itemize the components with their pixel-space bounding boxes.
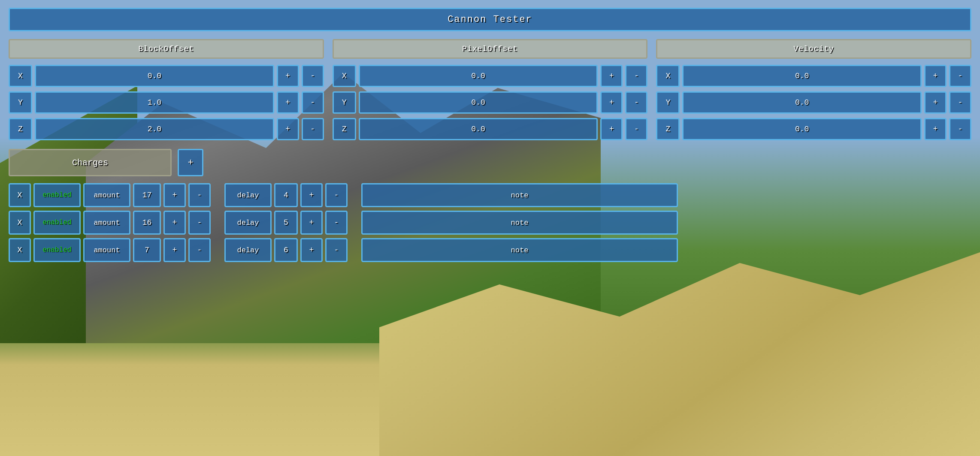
charges-add-button[interactable]: + bbox=[178, 149, 203, 176]
pixel-offset-x-row: X 0.0 + - bbox=[333, 65, 648, 87]
velocity-header: Velocity bbox=[656, 39, 971, 59]
block-offset-z-minus[interactable]: - bbox=[302, 118, 324, 140]
velocity-z-plus[interactable]: + bbox=[924, 118, 947, 140]
charge-2-amount-label: amount bbox=[83, 238, 130, 262]
charge-2-amount-plus[interactable]: + bbox=[163, 238, 186, 262]
charge-1-amount-label: amount bbox=[83, 211, 130, 235]
velocity-z-minus[interactable]: - bbox=[949, 118, 971, 140]
velocity-x-value[interactable]: 0.0 bbox=[682, 65, 922, 87]
charge-0-amount-label: amount bbox=[83, 183, 130, 207]
pixel-offset-y-plus[interactable]: + bbox=[600, 91, 623, 114]
section-headers: BlockOffset PixelOffset Velocity bbox=[9, 39, 971, 59]
pixel-offset-y-value[interactable]: 0.0 bbox=[359, 91, 598, 114]
charge-0-delay-value[interactable]: 4 bbox=[274, 183, 298, 207]
velocity-z-row: Z 0.0 + - bbox=[656, 118, 971, 140]
charge-1-note[interactable]: note bbox=[361, 211, 678, 235]
velocity-y-label: Y bbox=[656, 91, 680, 114]
charge-0-amount-value[interactable]: 17 bbox=[133, 183, 161, 207]
block-offset-x-row: X 0.0 + - bbox=[9, 65, 324, 87]
charge-0-delay-plus[interactable]: + bbox=[300, 183, 323, 207]
pixel-offset-x-label: X bbox=[333, 65, 356, 87]
block-offset-y-value[interactable]: 1.0 bbox=[35, 91, 274, 114]
block-offset-y-row: Y 1.0 + - bbox=[9, 91, 324, 114]
pixel-offset-y-label: Y bbox=[333, 91, 356, 114]
pixel-offset-x-minus[interactable]: - bbox=[625, 65, 647, 87]
charge-row-0: X enabled amount 17 + - delay 4 + - note bbox=[9, 183, 678, 207]
ui-overlay: Cannon Tester BlockOffset PixelOffset Ve… bbox=[0, 0, 980, 456]
pixel-offset-label: PixelOffset bbox=[462, 45, 518, 53]
pixel-offset-x-value[interactable]: 0.0 bbox=[359, 65, 598, 87]
velocity-y-minus[interactable]: - bbox=[949, 91, 971, 114]
block-offset-y-minus[interactable]: - bbox=[302, 91, 324, 114]
block-offset-x-minus[interactable]: - bbox=[302, 65, 324, 87]
velocity-y-value[interactable]: 0.0 bbox=[682, 91, 922, 114]
pixel-offset-z-value[interactable]: 0.0 bbox=[359, 118, 598, 140]
charges-label: Charges bbox=[9, 149, 172, 176]
charge-2-delay-label: delay bbox=[224, 238, 272, 262]
charge-row-1: X enabled amount 16 + - delay 5 + - note bbox=[9, 211, 678, 235]
charge-1-amount-plus[interactable]: + bbox=[163, 211, 186, 235]
velocity-y-row: Y 0.0 + - bbox=[656, 91, 971, 114]
charge-row-2: X enabled amount 7 + - delay 6 + - note bbox=[9, 238, 678, 262]
block-offset-y-plus[interactable]: + bbox=[277, 91, 299, 114]
velocity-y-plus[interactable]: + bbox=[924, 91, 947, 114]
charges-section: Charges + bbox=[9, 149, 971, 176]
charge-0-amount-plus[interactable]: + bbox=[163, 183, 186, 207]
title-bar: Cannon Tester bbox=[9, 8, 971, 31]
charge-2-note[interactable]: note bbox=[361, 238, 678, 262]
velocity-z-value[interactable]: 0.0 bbox=[682, 118, 922, 140]
charge-2-delay-minus[interactable]: - bbox=[325, 238, 348, 262]
charge-1-delay-minus[interactable]: - bbox=[325, 211, 348, 235]
pixel-offset-y-row: Y 0.0 + - bbox=[333, 91, 648, 114]
charge-1-enabled[interactable]: enabled bbox=[33, 211, 81, 235]
charge-1-x-label: X bbox=[9, 211, 31, 235]
velocity-z-label: Z bbox=[656, 118, 680, 140]
charge-0-delay-label: delay bbox=[224, 183, 272, 207]
block-offset-z-value[interactable]: 2.0 bbox=[35, 118, 274, 140]
title-text: Cannon Tester bbox=[448, 14, 532, 25]
block-offset-x-value[interactable]: 0.0 bbox=[35, 65, 274, 87]
charge-2-amount-value[interactable]: 7 bbox=[133, 238, 161, 262]
coord-sections: X 0.0 + - Y 1.0 + - Z 2.0 + - X 0.0 bbox=[9, 65, 971, 140]
block-offset-header: BlockOffset bbox=[9, 39, 324, 59]
charge-1-amount-minus[interactable]: - bbox=[188, 211, 211, 235]
block-offset-z-label: Z bbox=[9, 118, 32, 140]
velocity-x-minus[interactable]: - bbox=[949, 65, 971, 87]
block-offset-z-row: Z 2.0 + - bbox=[9, 118, 324, 140]
charge-0-x-label: X bbox=[9, 183, 31, 207]
block-offset-group: X 0.0 + - Y 1.0 + - Z 2.0 + - bbox=[9, 65, 324, 140]
charge-0-enabled[interactable]: enabled bbox=[33, 183, 81, 207]
charge-2-delay-value[interactable]: 6 bbox=[274, 238, 298, 262]
charge-rows: X enabled amount 17 + - delay 4 + - note… bbox=[9, 183, 678, 262]
charge-0-note[interactable]: note bbox=[361, 183, 678, 207]
pixel-offset-y-minus[interactable]: - bbox=[625, 91, 647, 114]
charge-2-delay-plus[interactable]: + bbox=[300, 238, 323, 262]
block-offset-label: BlockOffset bbox=[138, 45, 194, 53]
pixel-offset-z-minus[interactable]: - bbox=[625, 118, 647, 140]
charge-0-amount-minus[interactable]: - bbox=[188, 183, 211, 207]
velocity-x-label: X bbox=[656, 65, 680, 87]
charge-1-delay-plus[interactable]: + bbox=[300, 211, 323, 235]
charge-0-delay-minus[interactable]: - bbox=[325, 183, 348, 207]
charge-2-x-label: X bbox=[9, 238, 31, 262]
velocity-group: X 0.0 + - Y 0.0 + - Z 0.0 + - bbox=[656, 65, 971, 140]
charge-2-enabled[interactable]: enabled bbox=[33, 238, 81, 262]
pixel-offset-z-plus[interactable]: + bbox=[600, 118, 623, 140]
pixel-offset-group: X 0.0 + - Y 0.0 + - Z 0.0 + - bbox=[333, 65, 648, 140]
block-offset-z-plus[interactable]: + bbox=[277, 118, 299, 140]
velocity-x-row: X 0.0 + - bbox=[656, 65, 971, 87]
charge-1-delay-label: delay bbox=[224, 211, 272, 235]
block-offset-x-plus[interactable]: + bbox=[277, 65, 299, 87]
pixel-offset-z-row: Z 0.0 + - bbox=[333, 118, 648, 140]
block-offset-y-label: Y bbox=[9, 91, 32, 114]
block-offset-x-label: X bbox=[9, 65, 32, 87]
pixel-offset-x-plus[interactable]: + bbox=[600, 65, 623, 87]
charge-1-amount-value[interactable]: 16 bbox=[133, 211, 161, 235]
velocity-x-plus[interactable]: + bbox=[924, 65, 947, 87]
charge-2-amount-minus[interactable]: - bbox=[188, 238, 211, 262]
pixel-offset-header: PixelOffset bbox=[333, 39, 648, 59]
charge-1-delay-value[interactable]: 5 bbox=[274, 211, 298, 235]
velocity-label: Velocity bbox=[793, 45, 834, 53]
pixel-offset-z-label: Z bbox=[333, 118, 356, 140]
